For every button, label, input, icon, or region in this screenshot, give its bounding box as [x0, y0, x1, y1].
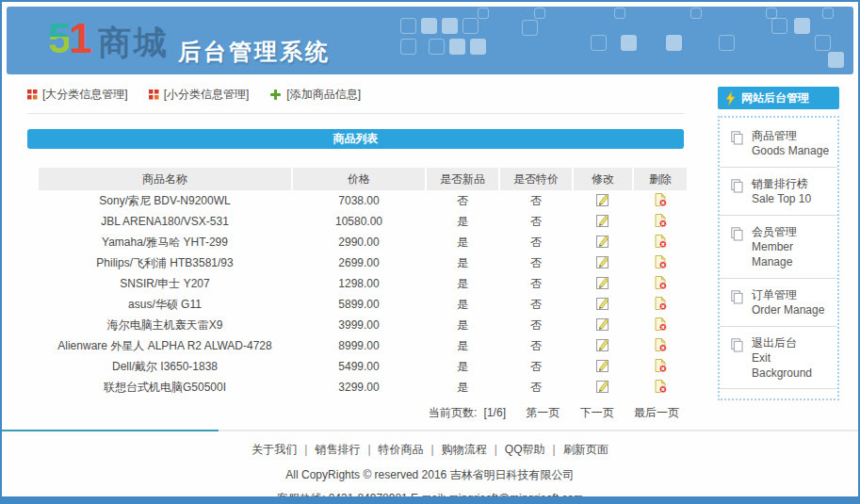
sidebar-menu: 商品管理 Goods Manage 销量排行榜 Sale Top 10	[718, 116, 839, 400]
edit-pencil-icon	[595, 213, 610, 228]
table-row: 海尔电脑主机轰天雷X9 3999.00 是 否	[39, 315, 687, 335]
table-row: Yamaha/雅马哈 YHT-299 2990.00 是 否	[39, 232, 687, 252]
edit-button[interactable]	[595, 337, 610, 352]
edit-button[interactable]	[595, 358, 610, 373]
footer: 关于我们销售排行特价商品购物流程QQ帮助刷新页面 All CopyRights …	[2, 442, 858, 504]
decor-square	[421, 18, 437, 34]
delete-cell	[634, 211, 687, 232]
last-page-link[interactable]: 最后一页	[634, 406, 679, 419]
sidebar-title: 网站后台管理	[741, 90, 809, 106]
header-banner: 5 1 商城 后台管理系统	[7, 7, 853, 74]
goods-table-header: 商品名称 价格 是否新品 是否特价 修改 删除	[39, 168, 687, 190]
col-edit: 修改	[574, 168, 632, 190]
first-page-link[interactable]: 第一页	[526, 406, 560, 419]
footer-link[interactable]: 特价商品	[360, 443, 423, 456]
edit-cell	[574, 190, 632, 211]
sidebar-menu-item[interactable]: 订单管理 Order Manage	[720, 279, 837, 327]
sidebar-title-bar: 网站后台管理	[718, 87, 839, 109]
price-cell: 1298.00	[293, 273, 425, 294]
footer-link[interactable]: QQ帮助	[487, 443, 545, 456]
edit-button[interactable]	[595, 192, 610, 207]
pagination: 当前页数: [1/6] 第一页 下一页 最后一页	[27, 405, 679, 421]
edit-cell	[574, 377, 632, 398]
price-cell: 5499.00	[293, 356, 425, 377]
toolbar-link-small-category[interactable]: [小分类信息管理]	[149, 87, 250, 103]
delete-cell	[634, 190, 687, 211]
delete-icon	[653, 192, 668, 207]
current-page-label: 当前页数:	[429, 406, 477, 419]
delete-button[interactable]	[653, 317, 668, 332]
delete-button[interactable]	[653, 254, 668, 269]
grid-icon	[149, 89, 159, 100]
decor-square	[449, 39, 465, 55]
delete-cell	[634, 315, 687, 335]
edit-button[interactable]	[595, 275, 610, 290]
product-name-cell: Sony/索尼 BDV-N9200WL	[39, 190, 291, 211]
content: [大分类信息管理] [小分类信息管理] [添加商品信息] 商	[2, 74, 858, 421]
sidebar-item-text: 退出后台 Exit Background	[752, 335, 832, 382]
product-name-cell: 联想台式机电脑G50500I	[39, 377, 291, 398]
footer-link[interactable]: 销售排行	[297, 443, 360, 456]
table-row: asus/华硕 G11 5899.00 是 否	[39, 294, 687, 315]
price-cell: 7038.00	[293, 190, 425, 211]
edit-button[interactable]	[595, 296, 610, 311]
is-special-cell: 否	[500, 211, 572, 232]
edit-pencil-icon	[595, 296, 610, 311]
toolbar-link-big-category[interactable]: [大分类信息管理]	[27, 87, 128, 103]
decor-square	[534, 8, 545, 19]
delete-button[interactable]	[653, 234, 668, 249]
sidebar-menu-item[interactable]: 会员管理 Member Manage	[720, 216, 837, 279]
sidebar-item-text: 会员管理 Member Manage	[752, 224, 832, 270]
footer-link[interactable]: 关于我们	[252, 443, 297, 456]
delete-icon	[653, 234, 668, 249]
delete-button[interactable]	[653, 275, 668, 290]
delete-button[interactable]	[653, 358, 668, 373]
is-special-cell: 否	[500, 377, 572, 398]
footer-links: 关于我们销售排行特价商品购物流程QQ帮助刷新页面	[2, 442, 858, 458]
goods-table-body: Sony/索尼 BDV-N9200WL 7038.00 否 否	[39, 190, 687, 398]
toolbar: [大分类信息管理] [小分类信息管理] [添加商品信息]	[27, 87, 684, 103]
edit-button[interactable]	[595, 254, 610, 269]
goods-list-title-bar: 商品列表	[27, 129, 684, 149]
grid-icon	[27, 89, 38, 100]
delete-icon	[653, 275, 668, 290]
sidebar-menu-item[interactable]: 退出后台 Exit Background	[720, 327, 837, 390]
next-page-link[interactable]: 下一页	[580, 406, 614, 419]
is-new-cell: 是	[427, 315, 498, 335]
bottom-accent-bar	[2, 496, 858, 502]
footer-link[interactable]: 购物流程	[424, 443, 487, 456]
decor-square	[666, 35, 682, 51]
edit-button[interactable]	[595, 317, 610, 332]
product-name-cell: Yamaha/雅马哈 YHT-299	[39, 232, 291, 252]
delete-button[interactable]	[653, 213, 668, 228]
is-special-cell: 否	[500, 356, 572, 377]
delete-icon	[653, 254, 668, 269]
toolbar-link-add-product[interactable]: [添加商品信息]	[269, 87, 361, 103]
delete-icon	[653, 337, 668, 352]
delete-cell	[634, 294, 687, 315]
edit-cell	[574, 232, 632, 252]
sidebar-menu-item[interactable]: 商品管理 Goods Manage	[720, 120, 837, 168]
edit-button[interactable]	[595, 234, 610, 249]
product-name-cell: 海尔电脑主机轰天雷X9	[39, 315, 291, 335]
price-cell: 8999.00	[293, 335, 425, 356]
delete-icon	[653, 296, 668, 311]
decor-square	[462, 18, 479, 34]
sidebar: 网站后台管理 商品管理 Goods Manage	[718, 74, 839, 400]
is-new-cell: 是	[427, 294, 498, 315]
delete-button[interactable]	[653, 192, 668, 207]
delete-button[interactable]	[653, 296, 668, 311]
logo: 5 1 商城	[48, 19, 170, 58]
delete-button[interactable]	[653, 337, 668, 352]
decor-square	[470, 39, 486, 55]
product-name-cell: Alienware 外星人 ALPHA R2 ALWAD-4728	[39, 335, 291, 356]
footer-link[interactable]: 刷新页面	[545, 443, 608, 456]
sidebar-menu-item[interactable]: 销量排行榜 Sale Top 10	[720, 168, 837, 216]
edit-button[interactable]	[595, 213, 610, 228]
edit-cell	[574, 294, 632, 315]
delete-cell	[634, 232, 687, 252]
edit-button[interactable]	[595, 379, 610, 394]
logo-digit-5: 5	[48, 19, 69, 58]
delete-button[interactable]	[653, 379, 668, 394]
logo-suffix: 商城	[98, 25, 170, 58]
